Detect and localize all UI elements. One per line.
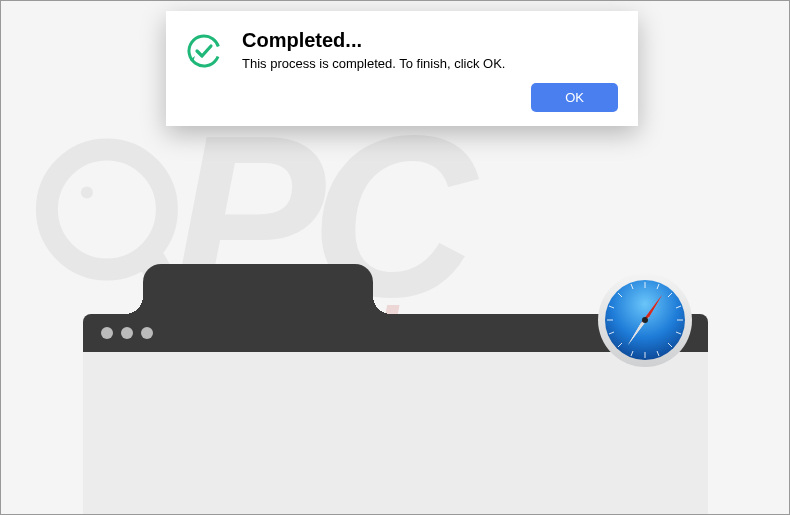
check-circle-icon [186, 33, 222, 69]
svg-point-2 [81, 186, 93, 198]
browser-tab [143, 264, 373, 314]
traffic-light-close-icon [101, 327, 113, 339]
dialog-actions: OK [186, 83, 618, 112]
dialog-message: This process is completed. To finish, cl… [242, 56, 618, 71]
svg-point-0 [47, 149, 167, 269]
browser-body [83, 352, 708, 515]
ok-button[interactable]: OK [531, 83, 618, 112]
completed-dialog: Completed... This process is completed. … [166, 11, 638, 126]
dialog-content: Completed... This process is completed. … [186, 29, 618, 71]
traffic-light-minimize-icon [121, 327, 133, 339]
traffic-light-maximize-icon [141, 327, 153, 339]
dialog-text-area: Completed... This process is completed. … [242, 29, 618, 71]
dialog-title: Completed... [242, 29, 618, 52]
svg-point-26 [186, 33, 222, 69]
safari-icon [596, 271, 694, 369]
svg-point-25 [642, 317, 648, 323]
